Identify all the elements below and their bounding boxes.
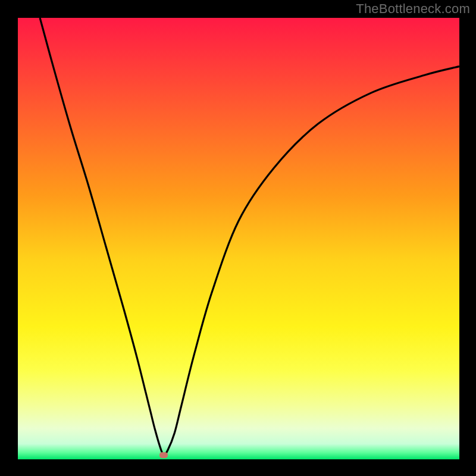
- watermark-text: TheBottleneck.com: [356, 1, 470, 17]
- chart-frame: TheBottleneck.com: [0, 0, 476, 476]
- plot-area: [18, 18, 459, 459]
- curve-line: [18, 18, 459, 459]
- minimum-marker: [159, 452, 168, 458]
